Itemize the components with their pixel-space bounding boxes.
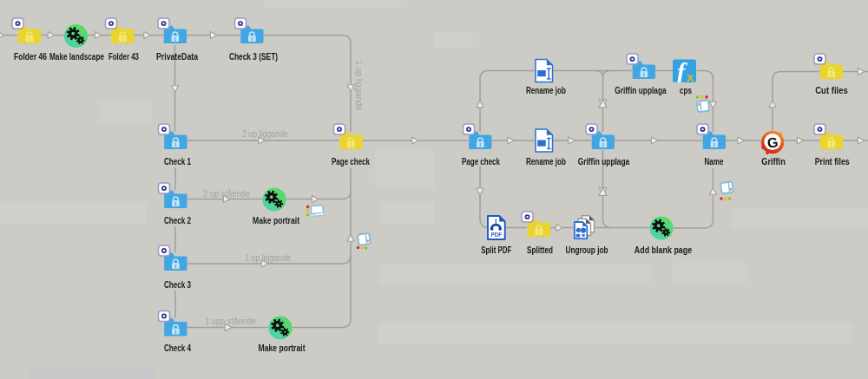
svg-text:Folder 43: Folder 43 (108, 51, 139, 62)
svg-text:Add blank page: Add blank page (635, 245, 693, 255)
svg-text:Splitted: Splitted (527, 245, 553, 255)
svg-text:Page check: Page check (462, 156, 500, 167)
svg-text:Check 3: Check 3 (164, 279, 191, 290)
svg-text:Name: Name (705, 156, 724, 167)
svg-text:1 up liggande: 1 up liggande (245, 252, 291, 263)
svg-text:Make portrait: Make portrait (259, 343, 306, 353)
svg-text:Ungroup job: Ungroup job (566, 245, 608, 255)
svg-text:Griffin: Griffin (761, 156, 786, 167)
svg-text:Check 3 (SET): Check 3 (SET) (229, 51, 278, 62)
svg-text:Check 4: Check 4 (164, 343, 191, 353)
svg-text:cps: cps (680, 85, 692, 95)
svg-text:Make landscape: Make landscape (49, 51, 104, 62)
svg-text:Check 2: Check 2 (164, 215, 191, 225)
svg-text:Rename job: Rename job (526, 85, 566, 95)
svg-text:1 upp stående: 1 upp stående (205, 316, 256, 326)
svg-text:1 up liggande: 1 up liggande (354, 61, 365, 111)
svg-text:Page check: Page check (332, 156, 370, 167)
svg-text:Rename job: Rename job (526, 156, 566, 167)
svg-text:Check 1: Check 1 (164, 156, 191, 167)
svg-text:2 up liggande: 2 up liggande (242, 128, 288, 139)
svg-text:Print files: Print files (815, 156, 850, 167)
svg-text:Cut files: Cut files (815, 85, 848, 95)
svg-text:Griffin upplaga: Griffin upplaga (615, 85, 667, 95)
svg-text:Make portrait: Make portrait (253, 215, 299, 225)
svg-text:Griffin upplaga: Griffin upplaga (578, 156, 630, 167)
svg-text:PrivateData: PrivateData (156, 51, 198, 62)
svg-text:Folder 46: Folder 46 (14, 51, 47, 62)
svg-text:Split PDF: Split PDF (481, 245, 511, 255)
svg-text:2 up stående: 2 up stående (203, 188, 250, 199)
svg-text:x: x (687, 69, 694, 84)
svg-text:G: G (766, 134, 779, 151)
